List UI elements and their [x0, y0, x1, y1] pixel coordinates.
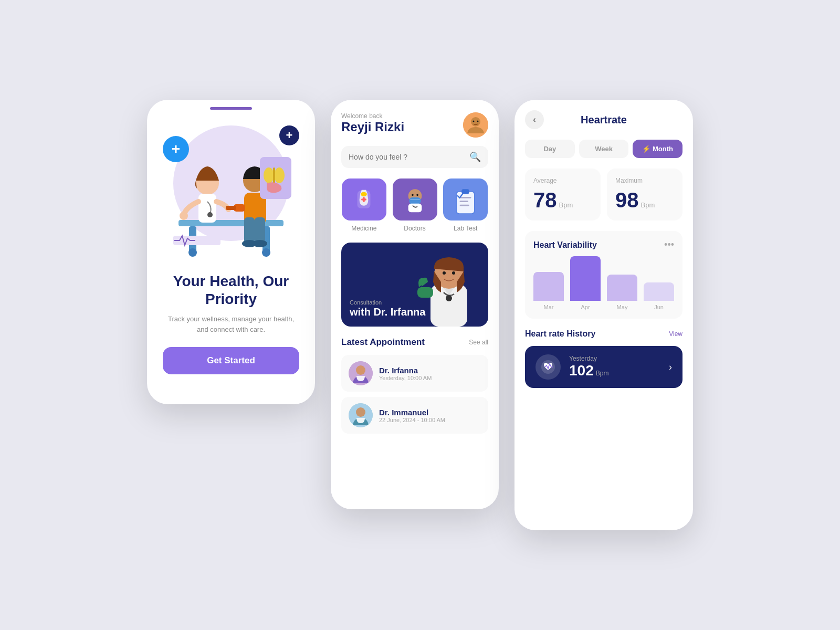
appointment-title: Latest Appointment — [341, 337, 425, 348]
appointment-item-1[interactable]: Dr. Immanuel 22 June, 2024 - 10:00 AM — [341, 397, 488, 434]
svg-point-3 — [188, 248, 197, 257]
svg-point-23 — [471, 117, 480, 127]
tab-month[interactable]: ⚡ Month — [633, 140, 682, 158]
appointment-item-0[interactable]: Dr. Irfanna Yesterday, 10:00 AM — [341, 355, 488, 392]
more-options-icon[interactable]: ••• — [664, 239, 674, 250]
see-all-link[interactable]: See all — [469, 339, 488, 346]
maximum-card: Maximum 98 Bpm — [607, 169, 682, 220]
svg-point-48 — [356, 365, 365, 375]
consultation-label: Consultation — [350, 299, 425, 306]
maximum-label: Maximum — [615, 177, 674, 184]
history-day: Yesterday — [569, 355, 660, 362]
variability-chart: Mar Apr May Jun — [533, 258, 674, 310]
svg-rect-21 — [173, 236, 220, 245]
svg-rect-38 — [460, 197, 471, 198]
svg-point-27 — [361, 192, 367, 196]
svg-point-18 — [264, 167, 274, 183]
search-icon: 🔍 — [469, 151, 481, 163]
period-tabs: Day Week ⚡ Month — [525, 140, 682, 158]
lightning-icon: ⚡ — [642, 145, 650, 153]
search-bar[interactable]: 🔍 — [341, 146, 488, 168]
screen3-header: ‹ Heartrate — [525, 110, 682, 129]
bar-apr: Apr — [570, 256, 601, 310]
history-chevron-icon[interactable]: › — [669, 362, 672, 373]
category-doctors[interactable]: Doctors — [392, 178, 438, 232]
welcome-text: Welcome back — [341, 112, 404, 120]
average-card: Average 78 Bpm — [525, 169, 601, 220]
svg-point-32 — [412, 194, 414, 196]
svg-rect-16 — [226, 206, 236, 210]
svg-rect-36 — [457, 192, 474, 213]
svg-point-44 — [452, 271, 455, 275]
tab-month-label: Month — [653, 145, 673, 153]
tab-week[interactable]: Week — [579, 140, 629, 158]
category-medicine[interactable]: Medicine — [341, 178, 387, 232]
variability-header: Heart Variability ••• — [533, 239, 674, 250]
history-card[interactable]: Yesterday 102 Bpm › — [525, 346, 682, 388]
average-unit: Bpm — [559, 201, 573, 209]
consultation-banner[interactable]: Consultation with Dr. Irfanna — [341, 243, 488, 327]
bar-mar-label: Mar — [544, 304, 554, 310]
bar-jun-rect — [644, 282, 674, 301]
bar-may-label: May — [617, 304, 628, 310]
average-value: 78 Bpm — [533, 188, 592, 212]
bar-jun-label: Jun — [654, 304, 664, 310]
view-link[interactable]: View — [669, 330, 682, 338]
history-title: Heart rate History — [525, 329, 595, 339]
get-started-button[interactable]: Get Started — [163, 347, 299, 374]
search-input[interactable] — [349, 153, 465, 161]
tab-day[interactable]: Day — [525, 140, 575, 158]
variability-title: Heart Variability — [533, 240, 597, 250]
screen3-phone: ‹ Heartrate Day Week ⚡ Month Average 78 … — [514, 100, 693, 530]
svg-rect-29 — [361, 198, 366, 200]
average-number: 78 — [533, 188, 557, 212]
bar-apr-label: Apr — [581, 304, 590, 310]
user-avatar — [463, 112, 488, 138]
svg-rect-45 — [417, 287, 433, 298]
bar-mar: Mar — [533, 272, 564, 310]
svg-point-46 — [446, 295, 452, 301]
svg-point-43 — [443, 271, 446, 275]
history-header: Heart rate History View — [525, 329, 682, 339]
screen1-title: Your Health, Our Priority — [163, 272, 299, 308]
back-button[interactable]: ‹ — [525, 110, 544, 129]
maximum-value: 98 Bpm — [615, 188, 674, 212]
category-labtest[interactable]: Lab Test — [443, 178, 488, 232]
screens-container: + + — [147, 100, 693, 530]
illustration-area: + + — [147, 110, 315, 267]
svg-point-24 — [473, 121, 475, 122]
labtest-icon — [443, 178, 488, 220]
scene-illustration — [158, 120, 304, 262]
screen1-phone: + + — [147, 100, 315, 404]
avatar-image — [463, 112, 488, 138]
history-value-row: 102 Bpm — [569, 362, 660, 379]
svg-rect-6 — [198, 194, 216, 223]
screen2-header: Welcome back Reyji Rizki — [341, 112, 488, 138]
svg-point-50 — [356, 407, 365, 417]
user-name: Reyji Rizki — [341, 120, 404, 134]
doctors-label: Doctors — [404, 225, 425, 232]
history-number: 102 — [569, 362, 594, 379]
bar-jun: Jun — [644, 282, 674, 310]
medicine-label: Medicine — [351, 225, 376, 232]
svg-rect-37 — [461, 189, 469, 194]
svg-point-33 — [416, 194, 418, 196]
maximum-unit: Bpm — [641, 201, 655, 209]
bar-apr-rect — [570, 256, 601, 301]
bar-mar-rect — [533, 272, 564, 301]
svg-rect-12 — [255, 217, 265, 244]
svg-point-19 — [274, 167, 285, 183]
screen2-phone: Welcome back Reyji Rizki 🔍 — [331, 100, 499, 509]
svg-rect-39 — [460, 201, 469, 202]
svg-rect-0 — [178, 220, 284, 226]
variability-card: Heart Variability ••• Mar Apr May — [525, 231, 682, 319]
svg-rect-31 — [409, 197, 421, 204]
svg-rect-11 — [244, 217, 255, 244]
svg-point-4 — [262, 248, 270, 257]
user-greeting: Welcome back Reyji Rizki — [341, 112, 404, 134]
categories-row: Medicine — [341, 178, 488, 232]
average-label: Average — [533, 177, 592, 184]
appointment-info-1: Dr. Immanuel 22 June, 2024 - 10:00 AM — [379, 408, 445, 423]
doctor-time-1: 22 June, 2024 - 10:00 AM — [379, 417, 445, 423]
heart-rate-icon — [536, 354, 561, 380]
